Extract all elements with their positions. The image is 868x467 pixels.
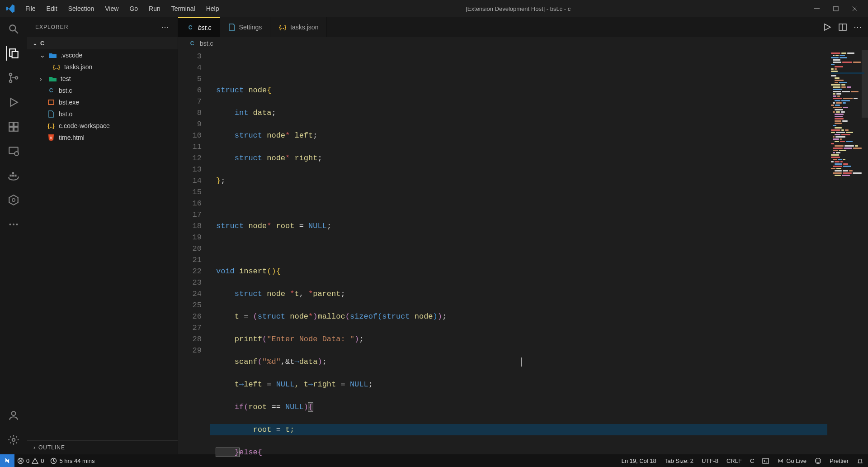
tab-label: bst.c [198,24,212,31]
tab-label: Settings [239,24,262,31]
explorer-title: EXPLORER [35,24,68,30]
object-file-icon [47,110,55,118]
text-cursor [521,357,522,367]
run-icon[interactable] [823,23,832,32]
minimize-button[interactable] [813,5,821,13]
code-line: struct node* right; [210,152,827,164]
extensions-icon[interactable] [6,119,21,134]
svg-point-27 [12,411,16,415]
c-file-icon: C [186,24,194,32]
menu-go[interactable]: Go [125,3,142,14]
file-label: tasks.json [64,63,92,71]
chevron-down-icon: ⌄ [33,40,38,47]
maximize-button[interactable] [832,5,840,13]
explorer-header: EXPLORER ⋯ [27,17,178,37]
accounts-icon[interactable] [6,408,21,423]
file-label: bst.o [59,110,72,118]
chevron-right-icon: › [33,444,36,451]
code-line: struct node* root = NULL; [210,220,827,232]
tree-root[interactable]: ⌄ C [27,37,178,49]
more-actions-icon[interactable]: ⋯ [854,22,862,32]
svg-point-10 [15,76,18,79]
svg-marker-30 [825,24,830,30]
vscode-logo-icon [5,4,15,14]
file-label: bst.c [59,87,72,94]
status-problems[interactable]: 0 0 [17,457,44,464]
kubernetes-icon[interactable] [6,193,21,207]
explorer-icon[interactable] [6,46,21,61]
svg-marker-22 [9,195,18,205]
file-code-workspace[interactable]: {..} c.code-workspace [27,120,178,132]
settings-gear-icon[interactable] [6,433,21,447]
menu-selection[interactable]: Selection [64,3,99,14]
json-icon: {..} [47,122,55,130]
remote-explorer-icon[interactable] [6,144,21,158]
chevron-down-icon: ⌄ [40,52,45,59]
line-gutter: 345 678 91011 121314 151617 181920 21222… [178,50,210,454]
status-notifications-icon[interactable] [857,457,863,464]
tab-settings[interactable]: Settings [220,17,271,37]
outline-label: OUTLINE [38,444,65,451]
minimap[interactable] [827,50,868,454]
status-prettier[interactable]: Prettier [830,457,849,464]
file-tasks-json[interactable]: {..} tasks.json [27,61,178,73]
breadcrumb[interactable]: C bst.c [178,37,868,50]
svg-point-24 [9,224,11,225]
source-control-icon[interactable] [6,71,21,85]
tab-tasks-json[interactable]: {..} tasks.json [270,17,327,37]
search-icon[interactable] [6,22,21,36]
code-line [210,198,827,209]
file-time-html[interactable]: 5 time.html [27,132,178,143]
breadcrumb-file: bst.c [200,40,213,47]
docker-icon[interactable] [6,168,21,183]
editor-body[interactable]: 345 678 91011 121314 151617 181920 21222… [178,50,868,454]
svg-rect-7 [12,52,18,58]
file-bst-o[interactable]: bst.o [27,108,178,120]
menu-edit[interactable]: Edit [42,3,62,14]
minimap-content [831,52,864,177]
code-line: }else{ [210,447,827,458]
menu-bar: File Edit Selection View Go Run Terminal… [21,3,223,14]
code-line: struct node* left; [210,130,827,141]
explorer-more-icon[interactable]: ⋯ [161,22,170,32]
svg-rect-21 [12,172,14,174]
svg-point-8 [9,73,12,76]
code-line-current: root = t; [210,424,827,435]
status-wakatime[interactable]: 5 hrs 44 mins [50,457,94,464]
more-icon[interactable] [6,217,21,232]
tab-bst-c[interactable]: C bst.c [178,17,220,37]
main-area: EXPLORER ⋯ ⌄ C ⌄ .vscode {..} tasks.json… [0,17,868,454]
code-line: struct node{ [210,85,827,96]
close-button[interactable] [851,5,859,13]
code-line [210,62,827,73]
svg-rect-20 [14,175,16,176]
code-content[interactable]: struct node{ int data; struct node* left… [210,50,827,454]
outline-section[interactable]: › OUTLINE [27,440,178,454]
run-debug-icon[interactable] [6,95,21,110]
svg-rect-12 [9,122,13,126]
menu-help[interactable]: Help [202,3,224,14]
c-file-icon: C [47,86,55,95]
menu-terminal[interactable]: Terminal [167,3,200,14]
code-line: t = (struct node*)malloc(sizeof(struct n… [210,311,827,322]
file-bst-c[interactable]: C bst.c [27,85,178,96]
svg-rect-19 [12,175,14,176]
activity-bar [0,17,27,454]
menu-view[interactable]: View [100,3,123,14]
svg-rect-1 [834,6,838,11]
file-bst-exe[interactable]: bst.exe [27,96,178,108]
svg-point-23 [12,199,15,202]
file-label: c.code-workspace [59,122,110,129]
code-line: void insert(){ [210,266,827,277]
root-label: C [40,40,44,47]
remote-indicator[interactable] [0,454,14,467]
menu-file[interactable]: File [21,3,40,14]
split-editor-icon[interactable] [838,23,847,32]
tab-label: tasks.json [290,24,318,31]
menu-run[interactable]: Run [144,3,165,14]
folder-test[interactable]: › test [27,73,178,85]
svg-point-28 [12,438,15,442]
folder-icon [49,51,57,59]
svg-rect-15 [14,122,18,126]
folder-vscode[interactable]: ⌄ .vscode [27,49,178,61]
